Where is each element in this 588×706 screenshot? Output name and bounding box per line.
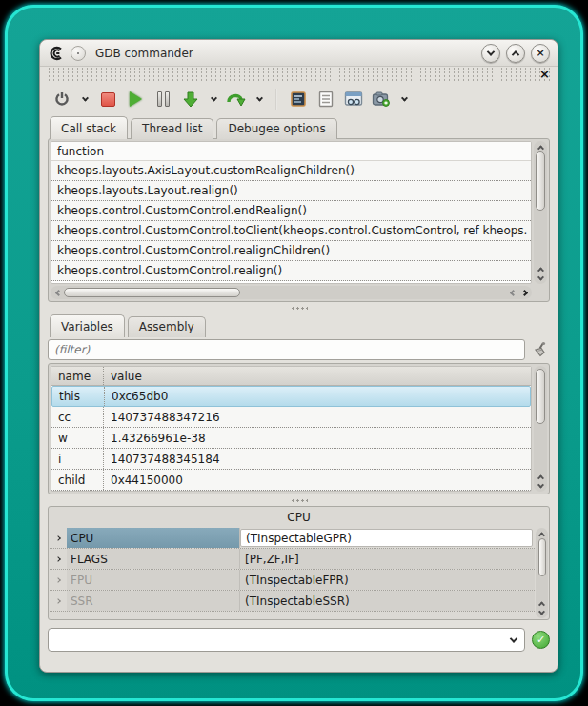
command-row: ✓: [48, 628, 550, 652]
cpu-row[interactable]: SSR (TInspectableSSR): [50, 591, 535, 612]
splitter-handle[interactable]: [40, 494, 558, 506]
callstack-vertical-scrollbar[interactable]: [534, 141, 547, 284]
stack-tabbar: Call stack Thread list Debugee options: [48, 115, 550, 138]
scroll-up-icon[interactable]: [537, 529, 548, 538]
step-into-button[interactable]: [180, 89, 201, 110]
gdb-command-input[interactable]: [49, 629, 511, 651]
shade-button[interactable]: [481, 44, 500, 63]
step-over-dropdown-chevron-icon[interactable]: [253, 89, 265, 110]
variable-row[interactable]: child 0x44150000: [51, 470, 531, 491]
cpu-vertical-scrollbar[interactable]: [536, 528, 548, 618]
debug-toolbar: [40, 83, 558, 115]
callstack-list: function kheops.layouts.AxisLayout.custo…: [51, 141, 532, 284]
filter-input[interactable]: [48, 339, 525, 360]
watch-window-button[interactable]: [343, 89, 364, 110]
tab-assembly[interactable]: Assembly: [128, 316, 206, 337]
restore-button[interactable]: [506, 44, 525, 63]
callstack-horizontal-scrollbar[interactable]: [51, 286, 532, 299]
scrollbar-thumb[interactable]: [64, 288, 240, 297]
snapshot-camera-icon: [372, 91, 391, 108]
step-over-button[interactable]: [226, 89, 247, 110]
gdb-command-combobox[interactable]: [48, 628, 525, 652]
callstack-row[interactable]: kheops.control.CustomControl.realignChil…: [51, 241, 531, 261]
play-icon: [130, 91, 142, 107]
teal-frame: GDB commander × ×: [5, 5, 583, 701]
app-logo-icon: [48, 45, 65, 62]
continue-button[interactable]: [125, 89, 146, 110]
filter-row: [48, 338, 550, 361]
tab-debugee-options[interactable]: Debugee options: [216, 118, 336, 139]
scroll-left-icon[interactable]: [52, 288, 64, 297]
output-doc-icon: [318, 91, 334, 108]
scroll-down-icon[interactable]: [537, 608, 548, 617]
scrollbar-thumb[interactable]: [536, 369, 545, 424]
scroll-down-icon[interactable]: [535, 481, 546, 491]
variable-row[interactable]: this 0xc65db0: [51, 386, 531, 407]
dock-handle[interactable]: ×: [46, 68, 552, 83]
titlebar[interactable]: GDB commander ×: [40, 40, 558, 67]
tab-thread-list[interactable]: Thread list: [131, 118, 213, 139]
broom-icon: [532, 341, 549, 358]
scroll-up-icon[interactable]: [535, 472, 546, 481]
scroll-left-icon[interactable]: [507, 288, 518, 297]
callstack-panel: function kheops.layouts.AxisLayout.custo…: [48, 138, 550, 302]
variables-panel: name value this 0xc65db0 cc 140737488347…: [48, 363, 550, 494]
callstack-column-header[interactable]: function: [51, 142, 531, 161]
step-into-dropdown-chevron-icon[interactable]: [208, 89, 219, 110]
cpu-row[interactable]: FPU (TInspectableFPR): [50, 570, 535, 591]
watch-window-icon: [344, 91, 363, 108]
splitter-handle[interactable]: [40, 302, 558, 313]
variables-header[interactable]: name value: [51, 367, 531, 386]
cpu-row[interactable]: CPU (TInspectableGPR): [50, 528, 535, 549]
callstack-row[interactable]: kheops.layouts.Layout.realign(): [51, 181, 531, 201]
dock-close-icon[interactable]: ×: [539, 68, 550, 81]
variable-row[interactable]: b 1.43266961e-38: [51, 491, 531, 492]
expand-arrow-icon[interactable]: [50, 549, 67, 569]
cpu-chip-icon: [290, 91, 307, 108]
scroll-down-icon[interactable]: [535, 273, 546, 283]
registers-button[interactable]: [288, 89, 309, 110]
window-menu-button[interactable]: [71, 46, 86, 61]
combo-dropdown-chevron-icon[interactable]: [510, 635, 517, 642]
variable-row[interactable]: cc 140737488347216: [51, 407, 531, 428]
variables-table: name value this 0xc65db0 cc 140737488347…: [51, 366, 532, 492]
output-button[interactable]: [315, 89, 336, 110]
callstack-row[interactable]: kheops.control.CustomControl.realign(): [51, 261, 531, 281]
close-button[interactable]: ×: [531, 44, 550, 63]
cpu-register-table: CPU (TInspectableGPR) FLAGS [PF,ZF,IF] F…: [50, 528, 535, 618]
tab-variables[interactable]: Variables: [50, 314, 125, 337]
column-header-name[interactable]: name: [51, 367, 104, 385]
variable-row[interactable]: w 1.43266961e-38: [51, 428, 531, 449]
variables-vertical-scrollbar[interactable]: [534, 366, 547, 492]
scrollbar-thumb[interactable]: [536, 151, 545, 211]
scroll-up-icon[interactable]: [535, 264, 546, 273]
snapshot-dropdown-chevron-icon[interactable]: [398, 89, 410, 110]
window-title: GDB commander: [95, 47, 193, 60]
scroll-right-icon[interactable]: [518, 288, 530, 297]
callstack-row[interactable]: kheops.control.CustomControl.endRealign(…: [51, 201, 531, 221]
scrollbar-thumb[interactable]: [538, 538, 546, 576]
callstack-row[interactable]: kheops.layouts.AxisLayout.customRealignC…: [51, 161, 531, 181]
power-dropdown-chevron-icon[interactable]: [79, 89, 91, 110]
cpu-row[interactable]: FLAGS [PF,ZF,IF]: [50, 549, 535, 570]
gdb-commander-window: GDB commander × ×: [39, 39, 558, 673]
send-command-button[interactable]: ✓: [532, 631, 550, 649]
tab-call-stack[interactable]: Call stack: [50, 116, 128, 139]
scroll-up-icon[interactable]: [537, 598, 548, 608]
cpu-panel-title: CPU: [49, 507, 549, 528]
pause-button[interactable]: [152, 89, 173, 110]
snapshot-button[interactable]: [371, 89, 392, 110]
scroll-up-icon[interactable]: [535, 142, 546, 151]
variable-row[interactable]: i 140737488345184: [51, 449, 531, 470]
stop-button[interactable]: [97, 89, 118, 110]
stop-icon: [101, 92, 115, 107]
expand-arrow-icon[interactable]: [50, 570, 67, 590]
power-button[interactable]: [51, 89, 72, 110]
callstack-row[interactable]: kheops.control.CustomControl.toClient(kh…: [51, 221, 531, 241]
expand-arrow-icon[interactable]: [50, 591, 67, 611]
inspect-tabbar: Variables Assembly: [48, 313, 550, 336]
column-header-value[interactable]: value: [104, 367, 142, 385]
clear-filter-button[interactable]: [531, 340, 550, 359]
cpu-inspector-panel: CPU CPU (TInspectableGPR) FLAGS [PF,ZF,I…: [48, 506, 550, 620]
expand-arrow-icon[interactable]: [50, 528, 67, 548]
